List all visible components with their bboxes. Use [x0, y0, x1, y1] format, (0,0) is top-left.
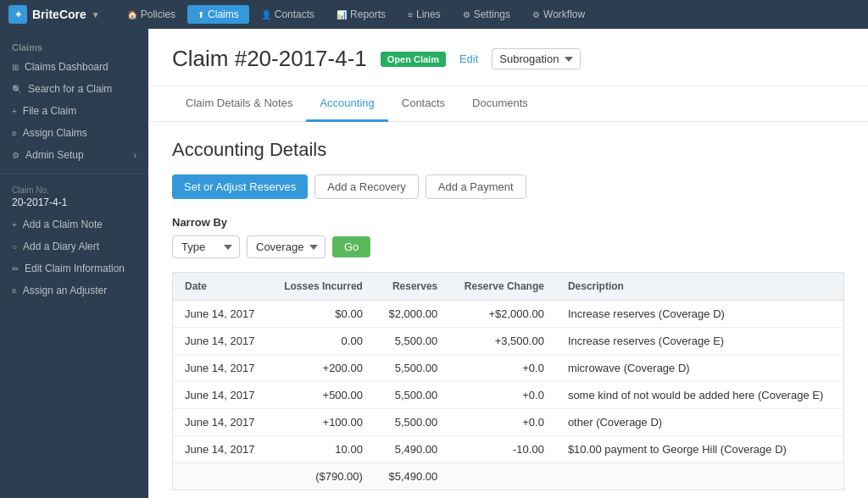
cell-losses: $0.00: [270, 301, 375, 328]
sidebar-item-add-note[interactable]: + Add a Claim Note: [0, 213, 148, 235]
sidebar-item-assign[interactable]: ≡ Assign Claims: [0, 122, 148, 144]
sidebar-section-label: Claims: [0, 37, 148, 56]
cell-losses: +500.00: [270, 382, 375, 409]
tab-accounting[interactable]: Accounting: [306, 86, 387, 122]
nav-item-reports[interactable]: 📊 Reports: [326, 5, 396, 24]
app-logo[interactable]: ✦ BriteCore ▼: [8, 5, 100, 24]
admin-icon: ⚙: [12, 151, 19, 160]
type-filter-select[interactable]: Type: [172, 235, 240, 258]
nav-item-claims[interactable]: ⬆ Claims: [187, 5, 249, 24]
cell-reserves: 5,500.00: [375, 409, 449, 436]
cell-losses: 0.00: [270, 328, 375, 355]
claims-icon: ⬆: [198, 10, 204, 19]
add-recovery-button[interactable]: Add a Recovery: [314, 174, 419, 199]
claim-no-value: 20-2017-4-1: [0, 196, 148, 213]
chevron-right-icon: ›: [134, 151, 136, 160]
table-row: June 14, 2017 $0.00 $2,000.00 +$2,000.00…: [173, 301, 844, 328]
logo-icon: ✦: [8, 5, 27, 24]
cell-description: some kind of not would be added here (Co…: [556, 382, 844, 409]
cell-date: June 14, 2017: [173, 436, 270, 463]
cell-description: Increase reserves (Coverage E): [556, 328, 844, 355]
coverage-filter-select[interactable]: Coverage: [247, 235, 326, 258]
cell-reserve-change: -10.00: [449, 436, 556, 463]
tab-claim-details[interactable]: Claim Details & Notes: [172, 86, 306, 122]
sidebar: Claims ⊞ Claims Dashboard 🔍 Search for a…: [0, 29, 148, 498]
add-note-icon: +: [12, 220, 17, 230]
cell-date: June 14, 2017: [173, 301, 270, 328]
workflow-icon: ⚙: [532, 10, 540, 19]
dashboard-icon: ⊞: [12, 63, 19, 72]
table-header-row: Date Losses Incurred Reserves Reserve Ch…: [173, 273, 844, 301]
action-buttons: Set or Adjust Reserves Add a Recovery Ad…: [172, 174, 844, 199]
table-row: June 14, 2017 +200.00 5,500.00 +0.0 micr…: [173, 355, 844, 382]
claim-edit-link[interactable]: Edit: [459, 53, 478, 65]
logo-dropdown-icon[interactable]: ▼: [92, 10, 100, 19]
nav-item-workflow[interactable]: ⚙ Workflow: [522, 5, 595, 24]
tab-contacts[interactable]: Contacts: [388, 86, 459, 122]
sidebar-divider: [0, 173, 148, 174]
footer-empty3: [556, 463, 844, 490]
claim-type-select[interactable]: Subrogation Litigation Standard: [492, 48, 581, 69]
cell-date: June 14, 2017: [173, 328, 270, 355]
cell-description: other (Coverage D): [556, 409, 844, 436]
policies-icon: 🏠: [127, 10, 137, 19]
footer-losses: ($790.00): [270, 463, 375, 490]
cell-reserve-change: +0.0: [449, 382, 556, 409]
narrow-by-section: Narrow By Type Coverage Go: [172, 216, 844, 258]
claim-title: Claim #20-2017-4-1: [172, 46, 367, 72]
cell-date: June 14, 2017: [173, 382, 270, 409]
claim-no-label: Claim No.: [0, 180, 148, 196]
claim-header: Claim #20-2017-4-1 Open Claim Edit Subro…: [148, 29, 868, 86]
cell-reserve-change: +$2,000.00: [449, 301, 556, 328]
sidebar-item-search[interactable]: 🔍 Search for a Claim: [0, 78, 148, 100]
cell-reserves: $2,000.00: [375, 301, 449, 328]
edit-claim-icon: ✏: [12, 264, 19, 274]
logo-text: BriteCore: [32, 8, 86, 21]
cell-reserves: 5,500.00: [375, 328, 449, 355]
col-description: Description: [556, 273, 844, 301]
file-icon: +: [12, 107, 17, 116]
filter-row: Type Coverage Go: [172, 235, 844, 258]
sidebar-item-dashboard[interactable]: ⊞ Claims Dashboard: [0, 56, 148, 78]
section-title: Accounting Details: [172, 139, 844, 161]
add-diary-icon: ○: [12, 242, 17, 252]
cell-reserves: 5,500.00: [375, 382, 449, 409]
tab-documents[interactable]: Documents: [459, 86, 542, 122]
contacts-icon: 👤: [261, 10, 271, 19]
tabs-bar: Claim Details & Notes Accounting Contact…: [148, 86, 868, 122]
cell-description: microwave (Coverage D): [556, 355, 844, 382]
go-button[interactable]: Go: [332, 236, 370, 257]
col-reserves: Reserves: [375, 273, 449, 301]
sidebar-item-add-diary[interactable]: ○ Add a Diary Alert: [0, 235, 148, 257]
accounting-content: Accounting Details Set or Adjust Reserve…: [148, 122, 868, 498]
cell-losses: 10.00: [270, 436, 375, 463]
settings-icon: ⚙: [463, 10, 470, 19]
footer-reserves: $5,490.00: [375, 463, 449, 490]
col-date: Date: [173, 273, 270, 301]
table-row: June 14, 2017 +500.00 5,500.00 +0.0 some…: [173, 382, 844, 409]
footer-empty2: [449, 463, 556, 490]
table-row: June 14, 2017 +100.00 5,500.00 +0.0 othe…: [173, 409, 844, 436]
cell-description: $10.00 payment to George Hill (Coverage …: [556, 436, 844, 463]
cell-reserves: 5,500.00: [375, 355, 449, 382]
nav-items: 🏠 Policies ⬆ Claims 👤 Contacts 📊 Reports…: [117, 5, 860, 24]
nav-item-contacts[interactable]: 👤 Contacts: [251, 5, 325, 24]
narrow-by-label: Narrow By: [172, 216, 844, 229]
sidebar-item-edit-claim[interactable]: ✏ Edit Claim Information: [0, 257, 148, 279]
table-row: June 14, 2017 10.00 5,490.00 -10.00 $10.…: [173, 436, 844, 463]
sidebar-item-assign-adjuster[interactable]: ≡ Assign an Adjuster: [0, 279, 148, 302]
col-reserve-change: Reserve Change: [449, 273, 556, 301]
nav-item-policies[interactable]: 🏠 Policies: [117, 5, 186, 24]
set-adjust-reserves-button[interactable]: Set or Adjust Reserves: [172, 174, 308, 199]
sidebar-item-admin[interactable]: ⚙ Admin Setup ›: [0, 144, 148, 166]
sidebar-item-file[interactable]: + File a Claim: [0, 100, 148, 122]
top-navigation: ✦ BriteCore ▼ 🏠 Policies ⬆ Claims 👤 Cont…: [0, 0, 868, 29]
cell-reserves: 5,490.00: [375, 436, 449, 463]
add-payment-button[interactable]: Add a Payment: [426, 174, 526, 199]
cell-reserve-change: +0.0: [449, 355, 556, 382]
lines-icon: ≡: [408, 10, 413, 19]
nav-item-settings[interactable]: ⚙ Settings: [453, 5, 520, 24]
content-area: Claim #20-2017-4-1 Open Claim Edit Subro…: [148, 29, 868, 498]
search-icon: 🔍: [12, 85, 22, 94]
nav-item-lines[interactable]: ≡ Lines: [398, 5, 451, 24]
